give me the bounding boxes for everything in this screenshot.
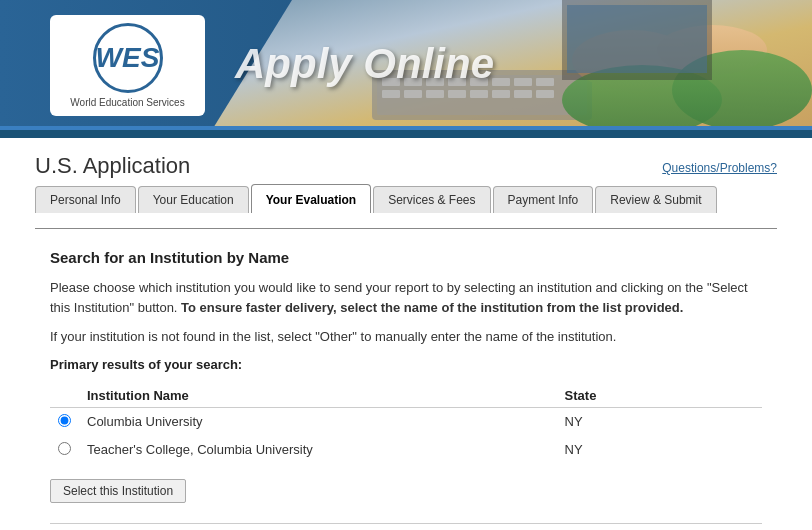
svg-rect-12	[404, 90, 422, 98]
tabs-area: Personal Info Your Education Your Evalua…	[0, 184, 812, 213]
svg-rect-10	[536, 78, 554, 86]
select-institution-button[interactable]: Select this Institution	[50, 479, 186, 503]
institution-name-2: Teacher's College, Columbia University	[79, 436, 557, 464]
svg-rect-13	[426, 90, 444, 98]
col-header-institution: Institution Name	[79, 384, 557, 408]
institution-name-1: Columbia University	[79, 407, 557, 436]
main-content: Search for an Institution by Name Please…	[0, 229, 812, 530]
section-title: Search for an Institution by Name	[50, 249, 762, 266]
page-title: U.S. Application	[35, 153, 190, 179]
tabs-container: Personal Info Your Education Your Evalua…	[35, 184, 777, 213]
col-header-radio	[50, 384, 79, 408]
bottom-border	[50, 523, 762, 524]
svg-rect-15	[470, 90, 488, 98]
blue-divider	[0, 130, 812, 138]
radio-columbia[interactable]	[58, 414, 71, 427]
tab-your-education[interactable]: Your Education	[138, 186, 249, 213]
intro-para-2: If your institution is not found in the …	[50, 327, 762, 347]
intro-para-1: Please choose which institution you woul…	[50, 278, 762, 317]
results-table: Institution Name State Columbia Universi…	[50, 384, 762, 464]
svg-rect-8	[492, 78, 510, 86]
logo-circle: WES	[93, 23, 163, 93]
tab-review-submit[interactable]: Review & Submit	[595, 186, 716, 213]
page-title-area: U.S. Application Questions/Problems?	[0, 138, 812, 184]
logo-wes-text: WES	[96, 42, 160, 74]
tab-your-evaluation[interactable]: Your Evaluation	[251, 184, 371, 213]
logo-subtitle: World Education Services	[62, 97, 193, 108]
radio-cell-2[interactable]	[50, 436, 79, 464]
col-header-state: State	[557, 384, 762, 408]
logo-area: WES World Education Services	[50, 15, 205, 116]
svg-rect-17	[514, 90, 532, 98]
questions-link[interactable]: Questions/Problems?	[662, 161, 777, 175]
tab-payment-info[interactable]: Payment Info	[493, 186, 594, 213]
table-row: Columbia University NY	[50, 407, 762, 436]
institution-state-1: NY	[557, 407, 762, 436]
svg-rect-16	[492, 90, 510, 98]
svg-rect-11	[382, 90, 400, 98]
svg-rect-24	[567, 5, 707, 73]
tab-services-fees[interactable]: Services & Fees	[373, 186, 490, 213]
svg-rect-14	[448, 90, 466, 98]
institution-state-2: NY	[557, 436, 762, 464]
header: WES World Education Services Apply Onlin…	[0, 0, 812, 130]
tab-personal-info[interactable]: Personal Info	[35, 186, 136, 213]
radio-teachers-college[interactable]	[58, 442, 71, 455]
apply-online-heading: Apply Online	[235, 40, 494, 88]
table-row: Teacher's College, Columbia University N…	[50, 436, 762, 464]
svg-rect-9	[514, 78, 532, 86]
results-label: Primary results of your search:	[50, 357, 762, 372]
radio-cell-1[interactable]	[50, 407, 79, 436]
svg-rect-18	[536, 90, 554, 98]
